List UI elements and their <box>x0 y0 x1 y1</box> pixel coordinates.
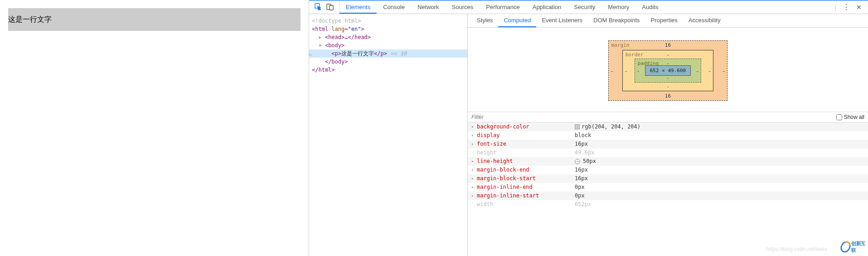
devtools-panel: ElementsConsoleNetworkSourcesPerformance… <box>309 0 868 256</box>
more-menu-icon[interactable]: ⋮ <box>843 4 850 11</box>
tab-memory[interactable]: Memory <box>601 1 635 14</box>
devtools-tabs: ElementsConsoleNetworkSourcesPerformance… <box>339 1 829 14</box>
subtab-computed[interactable]: Computed <box>498 14 536 27</box>
prop-name: height <box>477 149 575 157</box>
prop-value: 16px <box>575 166 588 174</box>
dom-doctype[interactable]: <!doctype html> <box>309 17 467 25</box>
prop-value: 0px <box>575 192 585 200</box>
bm-border-bottom[interactable]: - <box>666 84 669 89</box>
prop-row-width[interactable]: width652px <box>468 200 868 209</box>
watermark-text: https://blog.csdn.net/weix <box>766 246 827 252</box>
dom-html-open[interactable]: <html lang="en"> <box>309 25 467 33</box>
prop-name: margin-inline-end <box>477 183 575 191</box>
prop-value: rgb(204, 204, 204) <box>575 123 640 131</box>
expand-icon[interactable]: ▸ <box>471 158 477 165</box>
show-all-label: Show all <box>844 114 864 120</box>
prop-row-margin-block-end[interactable]: ▸margin-block-end16px <box>468 166 868 174</box>
prop-row-font-size[interactable]: ▸font-size16px <box>468 140 868 148</box>
expand-icon[interactable]: ▸ <box>471 175 477 182</box>
dom-html-close[interactable]: </html> <box>309 66 467 74</box>
logo-text: 创新互联 <box>851 240 866 254</box>
computed-properties-list: ▸background-colorrgb(204, 204, 204)▸disp… <box>468 123 868 209</box>
expand-icon[interactable]: ▸ <box>471 166 477 174</box>
device-toggle-icon[interactable] <box>326 3 334 12</box>
prop-row-line-height[interactable]: ▸line-height50px <box>468 157 868 166</box>
tab-console[interactable]: Console <box>377 1 411 14</box>
tab-application[interactable]: Application <box>526 1 568 14</box>
bm-padding-label: padding <box>638 60 659 66</box>
subtab-dom-breakpoints[interactable]: DOM Breakpoints <box>588 14 645 27</box>
toolbar-separator: | <box>835 4 836 11</box>
bm-border-left[interactable]: - <box>625 68 628 74</box>
bm-margin-label: margin <box>611 42 630 48</box>
subtab-styles[interactable]: Styles <box>471 14 498 27</box>
expand-icon[interactable]: ▸ <box>471 123 477 131</box>
bm-padding-top[interactable]: - <box>666 60 669 66</box>
expand-icon[interactable]: ▸ <box>471 132 477 139</box>
bm-margin-left[interactable]: - <box>611 68 614 74</box>
expand-icon[interactable]: ▸ <box>471 192 477 200</box>
tab-performance[interactable]: Performance <box>480 1 526 14</box>
bm-padding-bottom[interactable]: - <box>666 75 669 81</box>
inspect-icon[interactable] <box>315 3 322 12</box>
computed-filter-bar: Show all <box>468 112 868 123</box>
bm-content-size[interactable]: 652 × 49.600 <box>645 65 691 76</box>
bm-margin-bottom[interactable]: 16 <box>665 93 671 99</box>
tab-sources[interactable]: Sources <box>446 1 480 14</box>
bm-border-top[interactable]: - <box>666 52 669 58</box>
expand-icon[interactable]: ▸ <box>471 183 477 191</box>
bm-margin-right[interactable]: - <box>723 68 726 74</box>
prop-row-margin-inline-start[interactable]: ▸margin-inline-start0px <box>468 192 868 200</box>
prop-value: 652px <box>575 201 591 208</box>
show-all-toggle[interactable]: Show all <box>836 114 864 120</box>
filter-input[interactable] <box>471 114 836 120</box>
bm-margin-top[interactable]: 16 <box>665 42 671 48</box>
prop-value: 49.6px <box>575 149 594 157</box>
prop-row-height[interactable]: height49.6px <box>468 148 868 157</box>
elements-tree[interactable]: <!doctype html> <html lang="en"> ▸ <head… <box>309 14 468 256</box>
prop-name: width <box>477 201 575 208</box>
prop-value: 16px <box>575 140 588 148</box>
bm-padding-left[interactable]: - <box>637 68 640 74</box>
prop-value: 16px <box>575 175 588 182</box>
dom-head[interactable]: ▸ <head>…</head> <box>309 33 467 41</box>
rendered-page: 这是一行文字 <box>0 0 309 256</box>
prop-name: display <box>477 132 575 139</box>
prop-row-display[interactable]: ▸displayblock <box>468 131 868 140</box>
prop-row-background-color[interactable]: ▸background-colorrgb(204, 204, 204) <box>468 123 868 131</box>
box-model-diagram[interactable]: margin 16 16 - - border - - - - <box>468 28 868 112</box>
tab-security[interactable]: Security <box>567 1 601 14</box>
tab-audits[interactable]: Audits <box>635 1 664 14</box>
svg-rect-2 <box>330 5 333 10</box>
dom-body-close[interactable]: </body> <box>309 58 467 66</box>
prop-row-margin-inline-end[interactable]: ▸margin-inline-end0px <box>468 183 868 192</box>
bm-padding-right[interactable]: - <box>696 68 699 74</box>
page-paragraph: 这是一行文字 <box>8 8 301 31</box>
prop-value: 50px <box>575 158 596 165</box>
color-swatch-icon[interactable] <box>575 124 580 129</box>
subtab-event-listeners[interactable]: Event Listeners <box>536 14 588 27</box>
prop-row-margin-block-start[interactable]: ▸margin-block-start16px <box>468 174 868 183</box>
prop-name: margin-block-end <box>477 166 575 174</box>
bm-border-label: border <box>626 52 644 58</box>
bm-border-right[interactable]: - <box>708 68 712 74</box>
history-icon[interactable] <box>575 159 580 164</box>
prop-name: line-height <box>477 158 575 165</box>
brand-logo: 创新互联 <box>841 239 866 255</box>
tab-elements[interactable]: Elements <box>339 1 377 14</box>
subtab-properties[interactable]: Properties <box>645 14 683 27</box>
prop-name: background-color <box>477 123 575 131</box>
show-all-checkbox[interactable] <box>836 114 842 120</box>
side-subtabs: StylesComputedEvent ListenersDOM Breakpo… <box>468 14 868 28</box>
prop-value: block <box>575 132 591 139</box>
logo-ring-icon <box>839 239 853 254</box>
close-devtools-icon[interactable]: ✕ <box>856 4 862 11</box>
styles-sidepanel: StylesComputedEvent ListenersDOM Breakpo… <box>468 14 868 256</box>
dom-p-selected[interactable]: <p>这是一行文字</p> == $0 <box>309 49 467 58</box>
prop-name: margin-inline-start <box>477 192 575 200</box>
prop-name: font-size <box>477 140 575 148</box>
subtab-accessibility[interactable]: Accessibility <box>683 14 726 27</box>
expand-icon[interactable]: ▸ <box>471 140 477 148</box>
dom-body-open[interactable]: ▾ <body> <box>309 41 467 49</box>
tab-network[interactable]: Network <box>411 1 446 14</box>
